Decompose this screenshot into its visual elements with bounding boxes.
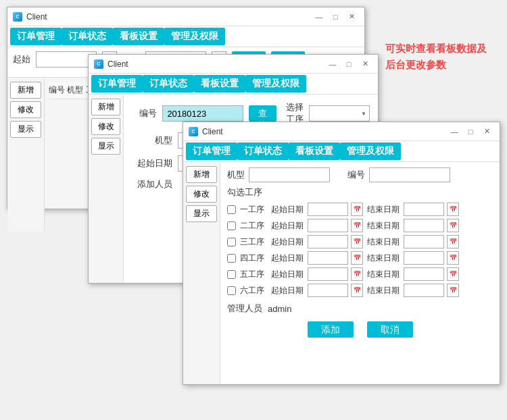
end-cal-p6[interactable]: 📅 — [447, 284, 459, 297]
start-date-input-p3[interactable] — [308, 235, 348, 248]
minimize-btn-1[interactable]: — — [312, 11, 327, 23]
menu-order-status-2[interactable]: 订单状态 — [143, 75, 194, 93]
end-cal-p4[interactable]: 📅 — [447, 251, 459, 265]
close-btn-2[interactable]: ✕ — [358, 58, 372, 70]
titlebar-controls-2: — □ ✕ — [325, 58, 372, 70]
end-date-input-p2[interactable] — [404, 219, 444, 232]
titlebar-controls-1: — □ ✕ — [312, 11, 359, 23]
checkbox-1[interactable] — [227, 205, 236, 214]
minimize-btn-3[interactable]: — — [447, 126, 462, 138]
end-cal-p2[interactable]: 📅 — [447, 219, 459, 232]
menu-admin-3[interactable]: 管理及权限 — [340, 142, 401, 160]
menu-kanban-1[interactable]: 看板设置 — [113, 28, 164, 45]
process-select-2[interactable] — [309, 105, 370, 122]
end-date-input-p6[interactable] — [404, 284, 444, 297]
titlebar-2: C Client — □ ✕ — [89, 55, 378, 74]
maximize-btn-3[interactable]: □ — [463, 126, 478, 138]
add-form-btn-3[interactable]: 添加 — [308, 321, 354, 338]
end-date-input-p3[interactable] — [404, 235, 444, 248]
end-lbl-5: 结束日期 — [367, 269, 400, 280]
id-input-3[interactable] — [369, 167, 450, 182]
app-logo-3: C — [189, 127, 198, 136]
modify-btn-3[interactable]: 修改 — [186, 186, 217, 203]
start-date-input-p5[interactable] — [308, 267, 348, 281]
display-btn-2[interactable]: 显示 — [91, 138, 120, 155]
menu-order-mgmt-2[interactable]: 订单管理 — [91, 75, 143, 93]
end-cal-p3[interactable]: 📅 — [447, 235, 459, 248]
start-date-input-p2[interactable] — [308, 219, 348, 232]
process-row-6: 六工序 起始日期 📅 结束日期 📅 — [227, 284, 493, 297]
menu-order-mgmt-3[interactable]: 订单管理 — [186, 142, 237, 160]
id-input-2[interactable] — [162, 105, 243, 122]
start-lbl-1: 起始日期 — [271, 204, 304, 215]
checkbox-6[interactable] — [227, 286, 236, 295]
end-lbl-1: 结束日期 — [367, 204, 400, 215]
add-btn-3[interactable]: 新增 — [186, 166, 217, 183]
process-row-5: 五工序 起始日期 📅 结束日期 📅 — [227, 267, 493, 281]
start-cal-p6[interactable]: 📅 — [351, 284, 363, 297]
menu-kanban-3[interactable]: 看板设置 — [289, 142, 340, 160]
titlebar-1: C Client — □ ✕ — [7, 7, 364, 26]
start-date-input-p4[interactable] — [308, 251, 348, 265]
end-date-input-p1[interactable] — [404, 203, 444, 216]
start-date-input-p6[interactable] — [308, 284, 348, 297]
minimize-btn-2[interactable]: — — [325, 58, 340, 70]
checkbox-4[interactable] — [227, 254, 236, 263]
select-process-label-3: 勾选工序 — [227, 186, 262, 199]
sidebar-2: 新增 修改 显示 — [89, 95, 124, 282]
maximize-btn-2[interactable]: □ — [341, 58, 356, 70]
menubar-1: 订单管理 订单状态 看板设置 管理及权限 — [7, 26, 364, 47]
id-label-2: 编号 — [132, 107, 157, 120]
type-input-3[interactable] — [249, 167, 330, 182]
type-label-2: 机型 — [132, 134, 172, 147]
start-cal-p5[interactable]: 📅 — [351, 267, 363, 281]
query-form-btn-2[interactable]: 查找 — [249, 105, 276, 122]
menu-kanban-2[interactable]: 看板设置 — [194, 75, 245, 93]
menu-order-status-1[interactable]: 订单状态 — [62, 28, 113, 45]
modify-btn-2[interactable]: 修改 — [91, 118, 120, 135]
menu-admin-2[interactable]: 管理及权限 — [245, 75, 306, 93]
titlebar-title-3: Client — [202, 127, 223, 136]
admin-label: 管理人员 — [227, 303, 262, 315]
admin-row: 管理人员 admin — [227, 303, 493, 315]
start-date-pair-2: 📅 — [308, 219, 363, 232]
add-btn-2[interactable]: 新增 — [91, 99, 120, 115]
start-lbl-3: 起始日期 — [271, 236, 304, 248]
menu-admin-1[interactable]: 管理及权限 — [164, 28, 225, 45]
start-date-label-2: 起始日期 — [132, 157, 172, 169]
end-cal-p5[interactable]: 📅 — [447, 267, 459, 281]
start-cal-p4[interactable]: 📅 — [351, 251, 363, 265]
checkbox-5[interactable] — [227, 270, 236, 279]
cancel-form-btn-3[interactable]: 取消 — [367, 321, 413, 338]
checkbox-3[interactable] — [227, 238, 236, 246]
annotation-line2: 后台更改参数 — [385, 57, 493, 73]
start-cal-p2[interactable]: 📅 — [351, 219, 363, 232]
close-btn-1[interactable]: ✕ — [344, 11, 359, 23]
step-label-5: 五工序 — [240, 269, 267, 280]
menu-order-status-3[interactable]: 订单状态 — [237, 142, 289, 160]
end-cal-p1[interactable]: 📅 — [447, 203, 459, 216]
annotation: 可实时查看看板数据及 后台更改参数 — [385, 41, 493, 73]
start-cal-p1[interactable]: 📅 — [351, 203, 363, 216]
maximize-btn-1[interactable]: □ — [328, 11, 343, 23]
menu-order-mgmt-1[interactable]: 订单管理 — [10, 28, 62, 45]
end-date-pair-2: 📅 — [404, 219, 459, 232]
modify-btn-1[interactable]: 修改 — [10, 101, 41, 118]
sidebar-1: 新增 修改 显示 — [7, 78, 45, 232]
start-date-pair-5: 📅 — [308, 267, 363, 281]
display-btn-3[interactable]: 显示 — [186, 205, 217, 222]
app-logo-1: C — [13, 12, 22, 22]
menubar-2: 订单管理 订单状态 看板设置 管理及权限 — [89, 74, 378, 95]
start-cal-p3[interactable]: 📅 — [351, 235, 363, 248]
add-person-label-2: 添加人员 — [132, 178, 172, 190]
process-row-1: 一工序 起始日期 📅 结束日期 📅 — [227, 203, 493, 216]
display-btn-1[interactable]: 显示 — [10, 121, 41, 138]
end-date-input-p5[interactable] — [404, 267, 444, 281]
add-btn-1[interactable]: 新增 — [10, 82, 41, 99]
start-label-1: 起始 — [13, 53, 30, 65]
end-date-input-p4[interactable] — [404, 251, 444, 265]
start-date-input-p1[interactable] — [308, 203, 348, 216]
checkbox-2[interactable] — [227, 221, 236, 230]
close-btn-3[interactable]: ✕ — [479, 126, 494, 138]
end-lbl-3: 结束日期 — [367, 236, 400, 248]
